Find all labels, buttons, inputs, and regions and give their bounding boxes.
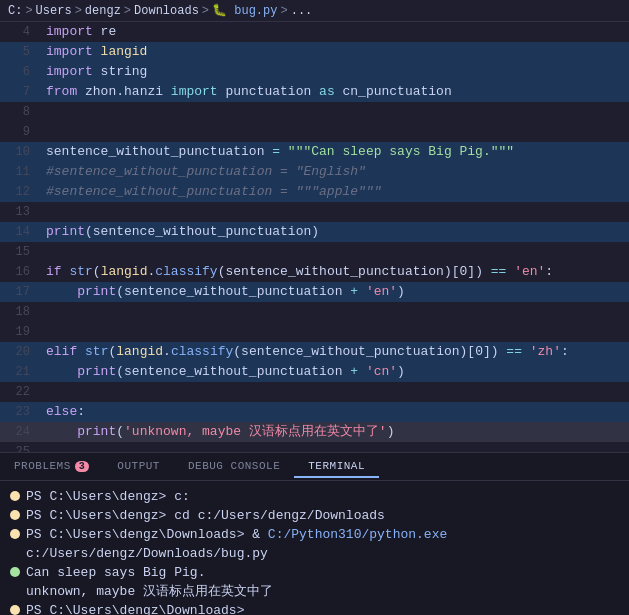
line-content: import string	[42, 62, 629, 82]
code-line-21: 21 print(sentence_without_punctuation + …	[0, 362, 629, 382]
terminal-line: PS C:\Users\dengz> cd c:/Users/dengz/Dow…	[10, 506, 619, 525]
line-number: 11	[0, 162, 42, 182]
terminal-text: unknown, maybe 汉语标点用在英文中了	[26, 582, 619, 601]
line-content: from zhon.hanzi import punctuation as cn…	[42, 82, 629, 102]
line-content	[42, 102, 629, 122]
breadcrumb: C: > Users > dengz > Downloads > 🐛 bug.p…	[0, 0, 629, 22]
line-content: print(sentence_without_punctuation + 'cn…	[42, 362, 629, 382]
line-number: 12	[0, 182, 42, 202]
breadcrumb-dengz: dengz	[85, 4, 121, 18]
code-line-11: 11#sentence_without_punctuation = "Engli…	[0, 162, 629, 182]
line-content	[42, 242, 629, 262]
terminal-area: PS C:\Users\dengz> c:PS C:\Users\dengz> …	[0, 481, 629, 615]
code-line-14: 14print(sentence_without_punctuation)	[0, 222, 629, 242]
code-line-17: 17 print(sentence_without_punctuation + …	[0, 282, 629, 302]
line-content: elif str(langid.classify(sentence_withou…	[42, 342, 629, 362]
terminal-line: Can sleep says Big Pig.	[10, 563, 619, 582]
line-content: import langid	[42, 42, 629, 62]
line-content: print(sentence_without_punctuation + 'en…	[42, 282, 629, 302]
code-line-9: 9	[0, 122, 629, 142]
line-number: 22	[0, 382, 42, 402]
line-number: 10	[0, 142, 42, 162]
breadcrumb-extra: ...	[291, 4, 313, 18]
terminal-dot	[10, 567, 20, 577]
code-line-24: 24 print('unknown, maybe 汉语标点用在英文中了')	[0, 422, 629, 442]
line-number: 16	[0, 262, 42, 282]
terminal-text: Can sleep says Big Pig.	[26, 563, 619, 582]
line-number: 18	[0, 302, 42, 322]
panel: PROBLEMS3OUTPUTDEBUG CONSOLETERMINAL PS …	[0, 452, 629, 615]
code-line-7: 7from zhon.hanzi import punctuation as c…	[0, 82, 629, 102]
line-content: print(sentence_without_punctuation)	[42, 222, 629, 242]
line-content: print('unknown, maybe 汉语标点用在英文中了')	[42, 422, 629, 442]
terminal-line: PS C:\Users\dengz\Downloads>	[10, 601, 619, 615]
code-area: 4import re5import langid6import string7f…	[0, 22, 629, 452]
terminal-line: PS C:\Users\dengz> c:	[10, 487, 619, 506]
code-line-20: 20elif str(langid.classify(sentence_with…	[0, 342, 629, 362]
problems-badge: 3	[75, 461, 90, 472]
breadcrumb-file: 🐛 bug.py	[212, 3, 277, 18]
terminal-text: PS C:\Users\dengz\Downloads> & C:/Python…	[26, 525, 619, 563]
line-content	[42, 202, 629, 222]
terminal-dot	[10, 491, 20, 501]
line-number: 15	[0, 242, 42, 262]
line-number: 14	[0, 222, 42, 242]
terminal-text: PS C:\Users\dengz> cd c:/Users/dengz/Dow…	[26, 506, 619, 525]
code-line-6: 6import string	[0, 62, 629, 82]
code-line-22: 22	[0, 382, 629, 402]
line-number: 7	[0, 82, 42, 102]
breadcrumb-users: Users	[36, 4, 72, 18]
code-line-12: 12#sentence_without_punctuation = """app…	[0, 182, 629, 202]
terminal-line: PS C:\Users\dengz\Downloads> & C:/Python…	[10, 525, 619, 563]
code-line-10: 10sentence_without_punctuation = """Can …	[0, 142, 629, 162]
line-content	[42, 442, 629, 452]
code-line-16: 16if str(langid.classify(sentence_withou…	[0, 262, 629, 282]
terminal-dot	[10, 529, 20, 539]
line-content: sentence_without_punctuation = """Can sl…	[42, 142, 629, 162]
code-line-13: 13	[0, 202, 629, 222]
code-line-8: 8	[0, 102, 629, 122]
terminal-text: PS C:\Users\dengz> c:	[26, 487, 619, 506]
line-content: #sentence_without_punctuation = "English…	[42, 162, 629, 182]
code-line-25: 25	[0, 442, 629, 452]
breadcrumb-c: C:	[8, 4, 22, 18]
line-number: 5	[0, 42, 42, 62]
line-number: 23	[0, 402, 42, 422]
terminal-dot	[10, 605, 20, 615]
line-content	[42, 302, 629, 322]
code-line-19: 19	[0, 322, 629, 342]
line-number: 6	[0, 62, 42, 82]
panel-tab-problems[interactable]: PROBLEMS3	[0, 456, 103, 478]
line-content	[42, 122, 629, 142]
line-content	[42, 382, 629, 402]
line-content: #sentence_without_punctuation = """apple…	[42, 182, 629, 202]
line-number: 25	[0, 442, 42, 452]
line-number: 20	[0, 342, 42, 362]
line-number: 13	[0, 202, 42, 222]
line-number: 4	[0, 22, 42, 42]
line-content: else:	[42, 402, 629, 422]
code-line-18: 18	[0, 302, 629, 322]
line-number: 21	[0, 362, 42, 382]
panel-tab-debug-console[interactable]: DEBUG CONSOLE	[174, 456, 294, 478]
line-number: 24	[0, 422, 42, 442]
terminal-dot	[10, 510, 20, 520]
breadcrumb-downloads: Downloads	[134, 4, 199, 18]
code-line-23: 23else:	[0, 402, 629, 422]
terminal-line: unknown, maybe 汉语标点用在英文中了	[10, 582, 619, 601]
code-line-5: 5import langid	[0, 42, 629, 62]
line-content: import re	[42, 22, 629, 42]
code-line-15: 15	[0, 242, 629, 262]
line-content: if str(langid.classify(sentence_without_…	[42, 262, 629, 282]
panel-tabs: PROBLEMS3OUTPUTDEBUG CONSOLETERMINAL	[0, 453, 629, 481]
line-number: 9	[0, 122, 42, 142]
line-number: 8	[0, 102, 42, 122]
panel-tab-terminal[interactable]: TERMINAL	[294, 456, 379, 478]
code-line-4: 4import re	[0, 22, 629, 42]
terminal-text: PS C:\Users\dengz\Downloads>	[26, 601, 619, 615]
line-content	[42, 322, 629, 342]
line-number: 17	[0, 282, 42, 302]
line-number: 19	[0, 322, 42, 342]
panel-tab-output[interactable]: OUTPUT	[103, 456, 174, 478]
